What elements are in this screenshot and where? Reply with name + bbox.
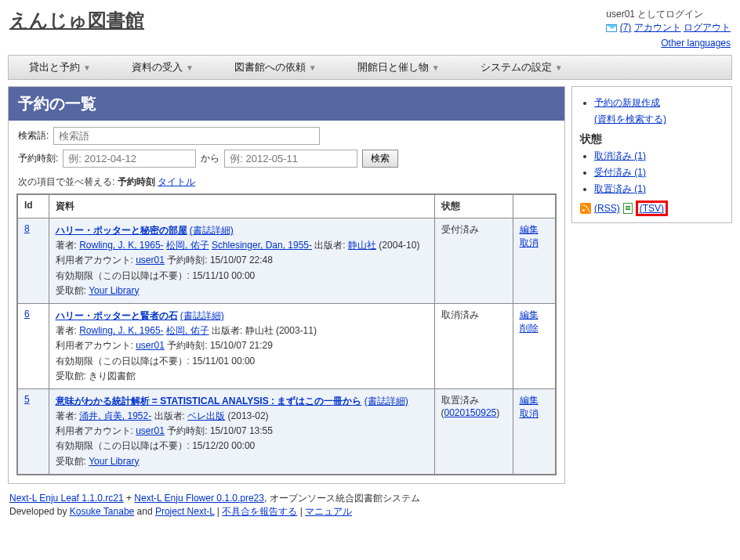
author-link[interactable]: 涌井, 貞美, 1952- bbox=[79, 410, 151, 421]
item-barcode-link[interactable]: 0020150925 bbox=[444, 407, 497, 418]
nav-events[interactable]: 開館日と催し物▼ bbox=[337, 60, 460, 74]
item-title-link[interactable]: 意味がわかる統計解析 = STATISTICAL ANALYSIS : まずはこ… bbox=[56, 396, 362, 406]
col-material: 資料 bbox=[49, 194, 434, 219]
account-area: user01 としてログイン (7) アカウント ログアウト bbox=[606, 8, 731, 34]
filter-accepted[interactable]: 受付済み (1) bbox=[594, 167, 646, 178]
author-link[interactable]: 松岡, 佑子 bbox=[166, 240, 209, 251]
user-link[interactable]: user01 bbox=[136, 425, 165, 436]
search-button[interactable]: 検索 bbox=[362, 150, 398, 168]
tsv-highlight: (TSV) bbox=[636, 201, 668, 216]
author-link[interactable]: 松岡, 佑子 bbox=[166, 325, 209, 336]
cancel-link[interactable]: 取消 bbox=[520, 237, 539, 248]
csv-icon bbox=[623, 203, 633, 214]
item-detail-link[interactable]: (書誌詳細) bbox=[365, 396, 408, 406]
project-link[interactable]: Project Next-L bbox=[155, 506, 215, 517]
brand-logo[interactable]: えんじゅ図書館 bbox=[9, 8, 144, 33]
other-languages-link[interactable]: Other languages bbox=[661, 38, 731, 49]
rss-icon bbox=[580, 203, 591, 214]
nav-system[interactable]: システムの設定▼ bbox=[460, 60, 583, 74]
filter-cancelled[interactable]: 取消済み (1) bbox=[594, 150, 646, 161]
edit-link[interactable]: 編集 bbox=[520, 309, 539, 320]
row-id-link[interactable]: 8 bbox=[24, 223, 30, 234]
col-id: Id bbox=[17, 194, 49, 219]
nav-checkout[interactable]: 貸出と予約▼ bbox=[9, 60, 111, 74]
new-reservation-link[interactable]: 予約の新規作成 bbox=[594, 97, 660, 108]
date-to-input[interactable] bbox=[224, 150, 357, 168]
chevron-down-icon: ▼ bbox=[432, 63, 440, 72]
rss-link[interactable]: (RSS) bbox=[594, 203, 620, 214]
row-id-link[interactable]: 5 bbox=[24, 394, 30, 405]
chevron-down-icon: ▼ bbox=[83, 63, 91, 72]
enju-flower-link[interactable]: Next-L Enju Flower 0.1.0.pre23 bbox=[134, 493, 264, 504]
page-title: 予約の一覧 bbox=[9, 87, 564, 121]
table-row: 8 ハリー・ポッターと秘密の部屋 (書誌詳細) 著者: Rowling, J. … bbox=[17, 219, 556, 304]
table-row: 5 意味がわかる統計解析 = STATISTICAL ANALYSIS : まず… bbox=[17, 388, 556, 474]
manual-link[interactable]: マニュアル bbox=[305, 506, 352, 517]
author-link[interactable]: Rowling, J. K, 1965- bbox=[79, 325, 163, 336]
table-row: 6 ハリー・ポッターと賢者の石 (書誌詳細) 著者: Rowling, J. K… bbox=[17, 303, 556, 388]
enju-leaf-link[interactable]: Next-L Enju Leaf 1.1.0.rc21 bbox=[9, 493, 124, 504]
user-link[interactable]: user01 bbox=[136, 340, 165, 351]
status-cell: 取置済み (0020150925) bbox=[434, 388, 513, 474]
nav-request[interactable]: 図書館への依頼▼ bbox=[214, 60, 337, 74]
publisher-link[interactable]: ベレ出版 bbox=[187, 410, 225, 421]
account-link[interactable]: アカウント bbox=[634, 22, 681, 33]
sort-title-link[interactable]: タイトル bbox=[158, 176, 195, 187]
row-id-link[interactable]: 6 bbox=[24, 309, 30, 320]
chevron-down-icon: ▼ bbox=[309, 63, 317, 72]
period-label: 予約時刻: bbox=[18, 152, 58, 165]
cancel-link[interactable]: 取消 bbox=[520, 408, 539, 419]
col-status: 状態 bbox=[434, 194, 513, 219]
pickup-link[interactable]: Your Library bbox=[89, 456, 139, 467]
filter-retained[interactable]: 取置済み (1) bbox=[594, 183, 646, 194]
footer: Next-L Enju Leaf 1.1.0.rc21 + Next-L Enj… bbox=[9, 492, 731, 518]
main-panel: 予約の一覧 検索語: 予約時刻: から 検索 次の項目で並べ替える: 予約時刻 … bbox=[8, 86, 565, 484]
delete-link[interactable]: 削除 bbox=[520, 323, 539, 334]
search-input[interactable] bbox=[53, 127, 320, 145]
developer-link[interactable]: Kosuke Tanabe bbox=[70, 506, 135, 517]
item-detail-link[interactable]: (書誌詳細) bbox=[190, 225, 234, 236]
bug-report-link[interactable]: 不具合を報告する bbox=[222, 506, 297, 517]
col-actions bbox=[513, 194, 556, 219]
tsv-link[interactable]: (TSV) bbox=[640, 203, 664, 214]
author-link[interactable]: Rowling, J. K, 1965- bbox=[79, 240, 163, 251]
item-title-link[interactable]: ハリー・ポッターと秘密の部屋 bbox=[56, 225, 187, 236]
date-from-input[interactable] bbox=[63, 150, 196, 168]
status-cell: 取消済み bbox=[434, 303, 513, 388]
sort-active: 予約時刻 bbox=[118, 176, 155, 187]
item-title-link[interactable]: ハリー・ポッターと賢者の石 bbox=[56, 310, 178, 321]
nav-acquisition[interactable]: 資料の受入▼ bbox=[111, 60, 214, 74]
messages-link[interactable]: (7) bbox=[620, 22, 632, 33]
publisher-link[interactable]: 静山社 bbox=[348, 240, 376, 251]
search-label: 検索語: bbox=[18, 129, 49, 143]
logout-link[interactable]: ログアウト bbox=[684, 22, 731, 33]
sidebar: 予約の新規作成 (資料を検索する) 状態 取消済み (1) 受付済み (1) 取… bbox=[571, 86, 732, 223]
author-link[interactable]: Schlesinger, Dan, 1955- bbox=[212, 240, 312, 251]
edit-link[interactable]: 編集 bbox=[520, 395, 539, 406]
to-label: から bbox=[201, 152, 219, 165]
main-nav: 貸出と予約▼ 資料の受入▼ 図書館への依頼▼ 開館日と催し物▼ システムの設定▼ bbox=[8, 55, 732, 80]
search-material-link[interactable]: (資料を検索する) bbox=[594, 114, 666, 125]
logged-in-text: user01 としてログイン bbox=[606, 8, 731, 21]
status-header: 状態 bbox=[580, 132, 724, 146]
chevron-down-icon: ▼ bbox=[555, 63, 563, 72]
status-cell: 受付済み bbox=[434, 219, 513, 304]
pickup-link[interactable]: Your Library bbox=[89, 285, 139, 296]
item-detail-link[interactable]: (書誌詳細) bbox=[180, 310, 224, 321]
reservations-table: Id 資料 状態 8 ハリー・ポッターと秘密の部屋 (書誌詳細) 著者: Row… bbox=[16, 193, 557, 475]
chevron-down-icon: ▼ bbox=[186, 63, 194, 72]
user-link[interactable]: user01 bbox=[136, 255, 165, 266]
mail-icon bbox=[606, 24, 617, 32]
sort-prefix: 次の項目で並べ替える: bbox=[18, 176, 118, 187]
edit-link[interactable]: 編集 bbox=[520, 224, 539, 235]
